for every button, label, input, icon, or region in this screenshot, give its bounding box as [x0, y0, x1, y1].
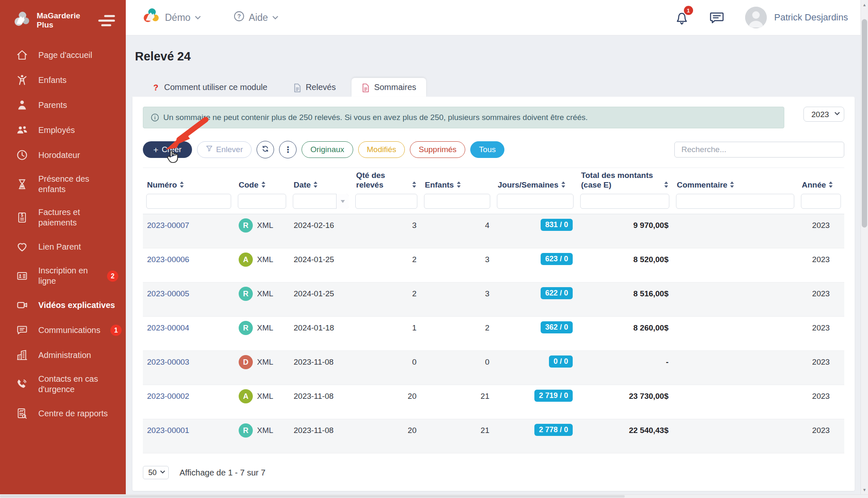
filter-input-ann-e[interactable]: [801, 194, 841, 209]
sidebar-item-page-d-accueil[interactable]: Page d'accueil: [0, 43, 126, 68]
filter-button-tous[interactable]: Tous: [470, 141, 504, 158]
date-cell: 2023-11-08: [294, 426, 334, 435]
user-name[interactable]: Patrick Desjardins: [774, 12, 848, 23]
filter-input-enfants[interactable]: [424, 194, 490, 209]
annee-cell: 2023: [812, 426, 830, 435]
sidebar-item-administration[interactable]: Administration: [0, 343, 126, 368]
tab-sommaires[interactable]: Sommaires: [352, 78, 426, 97]
create-button[interactable]: + Créer: [143, 141, 192, 158]
date-filter-dropdown-icon[interactable]: [336, 194, 349, 209]
qte-cell: 2: [412, 289, 417, 298]
numero-link[interactable]: 2023-00001: [147, 426, 189, 435]
filter-input-qt-des-relev-s[interactable]: [355, 194, 417, 209]
funnel-icon: [206, 145, 213, 154]
column-header-total-des-montants-case-e[interactable]: Total des montants (case E): [577, 168, 673, 194]
scrollbar-thumb[interactable]: [862, 19, 867, 228]
column-header-qt-des-relev-s[interactable]: Qté des relevés: [352, 168, 421, 194]
code-badge: A: [239, 389, 253, 403]
xml-link[interactable]: XML: [257, 289, 273, 298]
filter-input-jours-semaines[interactable]: [497, 194, 574, 209]
sidebar-item-lien-parent[interactable]: Lien Parent: [0, 234, 126, 259]
filter-input-commentaire[interactable]: [676, 194, 794, 209]
filter-button-originaux[interactable]: Originaux: [302, 141, 353, 158]
scroll-up-arrow-icon[interactable]: ▲: [861, 1, 868, 8]
numero-link[interactable]: 2023-00003: [147, 358, 189, 367]
xml-link[interactable]: XML: [257, 358, 273, 367]
filter-input-total-des-montants-case-e[interactable]: [580, 194, 669, 209]
horizontal-scrollbar[interactable]: [0, 494, 868, 498]
numero-link[interactable]: 2023-00002: [147, 392, 189, 401]
sidebar-item-horodateur[interactable]: Horodateur: [0, 143, 126, 168]
numero-link[interactable]: 2023-00004: [147, 323, 189, 333]
xml-link[interactable]: XML: [257, 323, 273, 333]
help-menu[interactable]: ? Aide: [234, 11, 279, 24]
sidebar-item-vid-os-explicatives[interactable]: Vidéos explicatives: [0, 293, 126, 318]
enfants-cell: 2: [485, 323, 489, 333]
filter-input-num-ro[interactable]: [146, 194, 231, 209]
xml-link[interactable]: XML: [257, 392, 273, 401]
total-cell: 8 260,00$: [633, 323, 668, 333]
more-actions-button[interactable]: ⋮: [279, 141, 297, 158]
sidebar-item-contacts-en-cas-d-urgence[interactable]: Contacts en cas d'urgence: [0, 368, 126, 401]
numero-link[interactable]: 2023-00005: [147, 289, 189, 298]
numero-link[interactable]: 2023-00007: [147, 221, 189, 230]
search-input[interactable]: [674, 142, 844, 158]
scroll-down-arrow-icon[interactable]: ▼: [861, 486, 868, 493]
sidebar-item-label: Page d'accueil: [38, 50, 92, 60]
total-cell: -: [666, 358, 668, 367]
app-logo[interactable]: MaGarderie Plus: [12, 10, 97, 31]
table-row[interactable]: 2023-00003DXML2023-11-08000 / 0-2023: [143, 351, 844, 385]
filter-input-code[interactable]: [238, 194, 286, 209]
org-switcher[interactable]: Démo: [142, 7, 201, 28]
qte-cell: 20: [408, 392, 417, 401]
notifications-bell-icon[interactable]: 1: [673, 9, 690, 26]
table-row[interactable]: 2023-00005RXML2024-01-2523622 / 08 516,0…: [143, 283, 844, 317]
numero-link[interactable]: 2023-00006: [147, 255, 189, 264]
sidebar-item-factures-et-paiements[interactable]: $Factures et paiements: [0, 201, 126, 234]
hscrollbar-thumb[interactable]: [0, 495, 625, 498]
remove-button[interactable]: Enlever: [197, 141, 252, 158]
menu-toggle-icon[interactable]: [97, 15, 115, 26]
tab-relev-s[interactable]: Relevés: [283, 78, 346, 97]
qte-cell: 2: [412, 255, 417, 264]
page-title: Relevé 24: [135, 50, 855, 63]
table-row[interactable]: 2023-00004RXML2024-01-1812362 / 08 260,0…: [143, 317, 844, 351]
table-row[interactable]: 2023-00001RXML2023-11-0820212 778 / 022 …: [143, 419, 844, 453]
filter-button-supprim-s[interactable]: Supprimés: [410, 141, 465, 158]
column-header-enfants[interactable]: Enfants: [421, 168, 494, 194]
year-select[interactable]: 2023: [803, 107, 844, 122]
column-header-num-ro[interactable]: Numéro: [143, 168, 234, 194]
messages-icon[interactable]: [708, 9, 725, 26]
column-header-jours-semaines[interactable]: Jours/Semaines: [494, 168, 577, 194]
xml-link[interactable]: XML: [257, 221, 273, 230]
sidebar-item-parents[interactable]: Parents: [0, 93, 126, 118]
annee-cell: 2023: [812, 392, 830, 401]
table-row[interactable]: 2023-00002AXML2023-11-0820212 719 / 023 …: [143, 385, 844, 419]
refresh-button[interactable]: [257, 141, 274, 158]
sidebar-item-communications[interactable]: Communications1: [0, 318, 126, 343]
column-header-code[interactable]: Code: [234, 168, 289, 194]
column-header-ann-e[interactable]: Année: [798, 168, 844, 194]
info-banner: Un sommaire ne peut contenir plus de 250…: [143, 107, 784, 128]
annee-cell: 2023: [812, 358, 830, 367]
xml-link[interactable]: XML: [257, 426, 273, 435]
sidebar-item-enfants[interactable]: Enfants: [0, 68, 126, 93]
chevron-down-icon: [195, 15, 201, 20]
xml-link[interactable]: XML: [257, 255, 273, 264]
user-avatar[interactable]: [745, 7, 767, 28]
sidebar-item-label: Parents: [38, 100, 67, 110]
filter-button-modifi-s[interactable]: Modifiés: [358, 141, 405, 158]
column-header-date[interactable]: Date: [289, 168, 352, 194]
sidebar-item-centre-de-rapports[interactable]: Centre de rapports: [0, 401, 126, 426]
sidebar-item-pr-sence-des-enfants[interactable]: Présence des enfants: [0, 168, 126, 201]
vertical-scrollbar[interactable]: ▲ ▼: [861, 0, 868, 494]
tab-label: Relevés: [306, 83, 336, 92]
tab-comment-utiliser-ce-module[interactable]: ?Comment utiliser ce module: [142, 78, 277, 97]
table-row[interactable]: 2023-00007RXML2024-02-1634831 / 09 970,0…: [143, 214, 844, 248]
sidebar-item-inscription-en-ligne[interactable]: Inscription en ligne2: [0, 259, 126, 293]
sidebar-item-employ-s[interactable]: Employés: [0, 118, 126, 143]
table-row[interactable]: 2023-00006AXML2024-01-2523623 / 08 520,0…: [143, 248, 844, 283]
enfants-cell: 21: [481, 426, 489, 435]
page-size-select[interactable]: 50: [143, 466, 169, 479]
column-header-commentaire[interactable]: Commentaire: [673, 168, 798, 194]
